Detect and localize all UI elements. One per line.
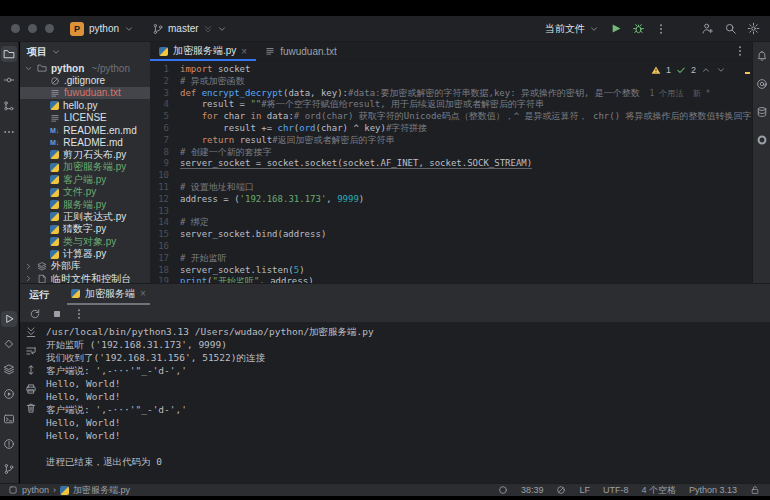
tree-item-label: 外部库 — [51, 260, 81, 272]
plugin-donut-icon[interactable] — [754, 132, 770, 148]
stop-icon[interactable] — [51, 308, 63, 320]
cursor-position[interactable]: 38:39 — [521, 485, 544, 495]
line-ending[interactable]: LF — [579, 485, 590, 495]
tree-item[interactable]: M↓README.md — [20, 136, 150, 148]
tree-item[interactable]: .gitignore — [20, 74, 150, 86]
line-number: 4 — [150, 99, 169, 111]
line-number: 17 — [150, 253, 169, 265]
error-stripe-warning-mark — [745, 72, 750, 74]
editor-tab[interactable]: fuwuduan.txt — [256, 42, 346, 60]
interpreter[interactable]: Python 3.13 — [689, 485, 737, 495]
line-number: 9 — [150, 158, 169, 170]
tree-item[interactable]: LICENSE — [20, 112, 150, 124]
code-editor[interactable]: 1234567891011121314151617181920 import s… — [150, 61, 752, 283]
tree-item[interactable]: 客户端.py — [20, 174, 150, 186]
run-button[interactable] — [609, 22, 622, 35]
encoding[interactable]: UTF-8 — [603, 485, 629, 495]
code-token: #字符拼接 — [386, 123, 427, 133]
code-token: encrypt_decrypt — [202, 88, 283, 98]
tree-item[interactable]: 文件.py — [20, 186, 150, 198]
close-icon[interactable]: × — [140, 288, 146, 299]
inspections-widget[interactable]: 1 2 — [647, 64, 730, 76]
tree-item[interactable]: 猜数字.py — [20, 223, 150, 235]
ai-assistant-icon[interactable] — [754, 76, 770, 92]
python-file-icon — [50, 150, 59, 159]
run-tool-icon[interactable] — [1, 311, 17, 327]
chevron-down-icon — [24, 64, 33, 73]
terminal-tool-icon[interactable] — [1, 411, 17, 427]
tree-item[interactable]: 类与对象.py — [20, 235, 150, 247]
python-file-icon — [71, 289, 80, 298]
kebab-icon[interactable] — [73, 308, 85, 320]
chevron-up-icon[interactable] — [701, 65, 711, 75]
scroll-end-icon[interactable] — [25, 326, 37, 338]
search-everywhere-icon[interactable] — [724, 22, 737, 35]
tree-item[interactable]: hello.py — [20, 99, 150, 111]
close-window-button[interactable] — [11, 24, 20, 33]
project-folder-tool-icon[interactable] — [1, 46, 17, 62]
clear-icon[interactable] — [25, 402, 37, 414]
expand-all-icon[interactable] — [25, 364, 37, 376]
code-line: result += chr(ord(char) ^ key)#字符拼接 — [180, 123, 752, 135]
print-icon[interactable] — [25, 383, 37, 395]
readonly-toggle-icon[interactable] — [556, 485, 566, 495]
indent-setting[interactable]: 4 个空格 — [641, 484, 676, 497]
console-line: 客户端说: '‚-···'"_-'d-'‚' — [46, 403, 770, 416]
branch-widget[interactable]: master — [152, 23, 227, 35]
tree-item-path: ~/python — [91, 63, 130, 74]
packages-tool-icon[interactable] — [1, 361, 17, 377]
breadcrumb-file[interactable]: 加密服务端.py — [73, 484, 130, 497]
editor-tab[interactable]: 加密服务端.py× — [150, 42, 256, 60]
tree-item[interactable]: fuwuduan.txt — [20, 87, 150, 99]
code-token: server_socket.bind(address) — [180, 229, 326, 239]
services-tool-icon[interactable] — [1, 336, 17, 352]
tree-item[interactable]: 外部库 — [20, 260, 150, 272]
fullscreen-window-button[interactable] — [45, 24, 54, 33]
console-output[interactable]: /usr/local/bin/python3.13 /Users/wudao/p… — [46, 325, 770, 483]
version-control-tool-icon[interactable] — [1, 461, 17, 477]
line-number: 18 — [150, 265, 169, 277]
database-icon[interactable] — [754, 104, 770, 120]
code-line: server_socket.listen(5) — [180, 265, 752, 277]
project-panel-header[interactable]: 项目 — [20, 42, 150, 62]
tree-item[interactable]: python~/python — [20, 62, 150, 74]
console-area: /usr/local/bin/python3.13 /Users/wudao/p… — [20, 322, 770, 483]
code-token: data: — [267, 111, 294, 121]
rerun-icon[interactable] — [29, 308, 41, 320]
more-tool-icon[interactable] — [1, 124, 17, 140]
tree-item[interactable]: 加密服务端.py — [20, 161, 150, 173]
minimize-window-button[interactable] — [28, 24, 37, 33]
notifications-bell-icon[interactable] — [754, 48, 770, 64]
python-file-icon — [50, 163, 59, 172]
project-widget[interactable]: P python — [70, 22, 134, 36]
commit-tool-icon[interactable] — [1, 72, 17, 88]
breadcrumb-project[interactable]: python — [22, 485, 49, 495]
python-file-icon — [50, 175, 59, 184]
chevron-down-icon[interactable] — [716, 65, 726, 75]
debug-button[interactable] — [632, 22, 645, 35]
code-token: ) — [359, 194, 364, 204]
tab-options-kebab-icon[interactable] — [734, 45, 746, 57]
tree-item[interactable]: M↓README.en.md — [20, 124, 150, 136]
background-tasks-icon[interactable] — [498, 485, 508, 495]
run-tab[interactable]: 加密服务端 × — [67, 284, 150, 305]
close-icon[interactable]: × — [241, 46, 247, 57]
code-with-me-user-add-icon[interactable] — [701, 22, 714, 35]
editor-tab-label: fuwuduan.txt — [280, 46, 337, 57]
structure-tool-icon[interactable] — [1, 98, 17, 114]
line-number: 19 — [150, 276, 169, 283]
soft-wrap-icon[interactable] — [25, 345, 37, 357]
run-config-selector[interactable]: 当前文件 — [545, 22, 599, 36]
more-actions-kebab-icon[interactable] — [655, 23, 667, 35]
problems-tool-icon[interactable] — [1, 436, 17, 452]
python-console-tool-icon[interactable] — [1, 386, 17, 402]
tree-item[interactable]: 剪刀石头布.py — [20, 149, 150, 161]
code-line: for char in data:# ord(char) 获取字符的Unicod… — [180, 111, 752, 123]
tree-item[interactable]: 计算器.py — [20, 248, 150, 260]
tree-item[interactable]: 服务端.py — [20, 198, 150, 210]
tree-item[interactable]: 临时文件和控制台 — [20, 273, 150, 283]
code-token: in — [250, 111, 266, 121]
settings-gear-icon[interactable] — [747, 22, 760, 35]
tree-item[interactable]: 正则表达式.py — [20, 211, 150, 223]
unlock-icon[interactable] — [750, 485, 760, 495]
